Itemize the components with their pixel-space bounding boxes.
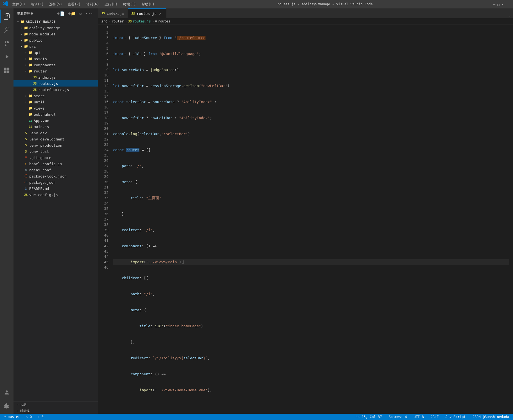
timeline-arrow: › — [16, 409, 20, 412]
code-editor[interactable]: import { judgeSource } from "./routeSour… — [112, 24, 509, 414]
statusbar-left: ⑂ master ⚠ 0 ⚐ 0 — [3, 415, 45, 419]
line-37: 37 — [101, 217, 109, 222]
tab-routes-js[interactable]: JS routes.js ✕ — [128, 8, 166, 18]
tree-src[interactable]: ▾ 📁 src — [13, 43, 98, 49]
app-vue-icon: V▲ — [28, 118, 33, 123]
api-folder-icon: 📁 — [28, 50, 33, 55]
line-35: 35 — [101, 206, 109, 211]
language-status[interactable]: JavaScript — [444, 415, 467, 419]
outline-section[interactable]: › 大纲 — [13, 401, 98, 408]
line-38: 38 — [101, 222, 109, 227]
breadcrumb-routes-js[interactable]: JSroutes.js — [128, 19, 151, 23]
tree-routesource-js[interactable]: › JS routeSource.js — [13, 87, 98, 93]
extensions-activity-icon[interactable] — [0, 63, 13, 77]
tree-views[interactable]: › 📁 views — [13, 105, 98, 111]
root-arrow: ▾ — [16, 20, 20, 23]
menu-view[interactable]: 查看(V) — [65, 1, 83, 7]
tab-routes-js-close[interactable]: ✕ — [158, 11, 163, 16]
code-line-11: title: "主页面" — [113, 195, 509, 201]
tree-until[interactable]: › 📁 until — [13, 99, 98, 105]
source-control-activity-icon[interactable] — [0, 37, 13, 50]
menu-select[interactable]: 选择(S) — [47, 1, 64, 7]
search-activity-icon[interactable] — [0, 23, 13, 37]
tree-vue-config[interactable]: › JS vue.config.js — [13, 192, 98, 198]
tree-main-js[interactable]: › JS main.js — [13, 124, 98, 130]
tree-node-modules[interactable]: › 📁 node_modules — [13, 31, 98, 37]
tree-env-production[interactable]: › $ .env.production — [13, 142, 98, 148]
tree-env-dev[interactable]: › $ .env.dev — [13, 130, 98, 136]
tree-package-lock[interactable]: › {} package-lock.json — [13, 173, 98, 179]
menu-edit[interactable]: 编辑(E) — [29, 1, 46, 7]
tree-env-development[interactable]: › $ .env.development — [13, 136, 98, 142]
tree-router[interactable]: ▾ 📁 router — [13, 68, 98, 74]
sidebar-actions: +📄 +📁 ↺ ··· — [56, 11, 94, 16]
menu-file[interactable]: 文件(F) — [10, 1, 28, 7]
tree-root[interactable]: ▾ 📁 ABILITY-MANAGE — [13, 19, 98, 25]
readme-label: README.md — [29, 187, 49, 191]
tree-store[interactable]: › 📁 store — [13, 93, 98, 99]
tree-public[interactable]: › 📁 public — [13, 37, 98, 43]
menu-run[interactable]: 运行(R) — [102, 1, 120, 7]
tree-readme[interactable]: › ℹ README.md — [13, 185, 98, 192]
git-branch-status[interactable]: ⑂ master — [3, 415, 21, 419]
breadcrumb-router[interactable]: router — [112, 19, 124, 23]
code-line-14: component: () => — [113, 243, 509, 249]
tab-overflow-button[interactable]: › — [506, 14, 513, 18]
line-40: 40 — [101, 233, 109, 238]
tree-env-test[interactable]: › $ .env.test — [13, 148, 98, 155]
indent-status[interactable]: Spaces: 4 — [388, 415, 408, 419]
routesource-js-icon: JS — [33, 87, 37, 92]
tree-webchahnel[interactable]: › 📁 webchahnel — [13, 111, 98, 117]
line-29: 29 — [101, 174, 109, 179]
menu-help[interactable]: 帮助(H) — [139, 1, 157, 7]
breadcrumb-routes-symbol[interactable]: ⊞routes — [155, 19, 170, 23]
line-ending-status[interactable]: CRLF — [430, 415, 440, 419]
encoding-status[interactable]: UTF-8 — [413, 415, 425, 419]
code-line-5: const selectBar = sourceData ? "AbilityI… — [113, 99, 509, 105]
line-24: 24 — [101, 147, 109, 153]
new-file-button[interactable]: +📄 — [56, 11, 66, 16]
tree-index-js[interactable]: › JS index.js — [13, 74, 98, 80]
run-debug-activity-icon[interactable] — [0, 50, 13, 63]
line-20: 20 — [101, 126, 109, 131]
tree-gitignore[interactable]: › ⑂ .gitignore — [13, 155, 98, 161]
tree-api[interactable]: › 📁 api — [13, 49, 98, 56]
editor-content[interactable]: 1 2 3 4 5 6 7 8 9 10 11 12 13 14 15 16 1… — [98, 24, 513, 414]
tree-assets[interactable]: › 📁 assets — [13, 56, 98, 62]
cursor-position-status[interactable]: Ln 15, Col 37 — [354, 415, 383, 419]
menu-terminal[interactable]: 终端(T) — [121, 1, 138, 7]
webchahnel-label: webchahnel — [34, 112, 56, 117]
line-44: 44 — [101, 254, 109, 259]
new-folder-button[interactable]: +📁 — [67, 11, 77, 16]
tree-nginx-conf[interactable]: › ⚙ nginx.conf — [13, 167, 98, 173]
code-line-9: path: '/', — [113, 163, 509, 169]
explorer-activity-icon[interactable] — [0, 10, 13, 23]
svg-rect-1 — [7, 68, 9, 70]
tree-package-json[interactable]: › {} package.json — [13, 179, 98, 185]
routes-js-icon: JS — [33, 81, 37, 86]
src-arrow: ▾ — [19, 45, 24, 48]
tree-routes-js[interactable]: › JS routes.js — [13, 80, 98, 87]
index-js-tab-icon: JS — [101, 12, 105, 15]
tree-babel-config[interactable]: › ⚡ babel.config.js — [13, 161, 98, 167]
breadcrumb-src[interactable]: src — [101, 19, 107, 23]
tree-app-vue[interactable]: › V▲ App.vue — [13, 117, 98, 124]
warning-count-status[interactable]: ⚐ 0 — [36, 415, 45, 419]
settings-activity-icon[interactable] — [0, 399, 13, 413]
error-count-status[interactable]: ⚠ 0 — [25, 415, 33, 419]
menu-goto[interactable]: 转到(G) — [84, 1, 101, 7]
timeline-section[interactable]: › 时间线 — [13, 408, 98, 414]
line-7: 7 — [101, 56, 109, 62]
store-arrow: › — [24, 94, 28, 97]
code-line-2: import { i18n } from "@/until/language"; — [113, 51, 509, 56]
until-folder-icon: 📁 — [28, 100, 33, 104]
env-production-label: .env.production — [29, 143, 62, 147]
public-label: public — [29, 38, 42, 42]
tab-index-js[interactable]: JS index.js — [98, 8, 128, 18]
tree-ability-manage[interactable]: › 📁 ability-manage — [13, 25, 98, 31]
line-34: 34 — [101, 201, 109, 206]
more-options-button[interactable]: ··· — [84, 11, 94, 16]
refresh-button[interactable]: ↺ — [78, 11, 83, 16]
account-activity-icon[interactable] — [0, 386, 13, 399]
tree-components[interactable]: › 📁 components — [13, 62, 98, 68]
